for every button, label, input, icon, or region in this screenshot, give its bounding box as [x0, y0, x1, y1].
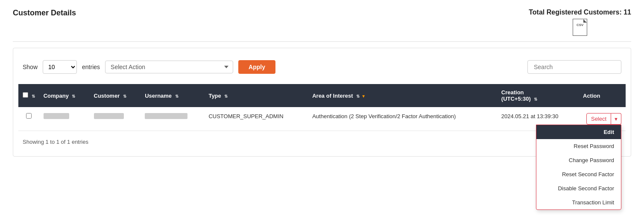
th-area[interactable]: Area of Interest ⇅▼ [308, 84, 497, 107]
sort-icon-company: ⇅ [72, 94, 75, 99]
page-container: Customer Details Total Registered Custom… [0, 0, 644, 165]
menu-item-transaction-limit[interactable]: Transaction Limit [536, 195, 621, 209]
td-username [141, 107, 204, 131]
row-checkbox[interactable] [26, 113, 32, 119]
sort-icon-username: ⇅ [175, 94, 179, 99]
td-customer [90, 107, 141, 131]
menu-item-reset-password[interactable]: Reset Password [536, 139, 621, 153]
td-action: Select ▼ Edit Reset Password Change Pass… [579, 107, 626, 131]
th-checkbox: ⇅ [18, 84, 39, 107]
table-row: CUSTOMER_SUPER_ADMIN Authentication (2 S… [18, 107, 626, 131]
customer-blurred [94, 113, 124, 119]
top-header: Customer Details Total Registered Custom… [13, 9, 631, 37]
total-customers: Total Registered Customers: 11 [529, 9, 631, 16]
th-customer[interactable]: Customer ⇅ [90, 84, 141, 107]
apply-button[interactable]: Apply [238, 60, 275, 74]
td-checkbox [18, 107, 39, 131]
footer-row: Showing 1 to 1 of 1 entries First 1 Last [18, 131, 626, 149]
td-company [39, 107, 90, 131]
main-panel: Show 10 25 50 100 entries Select Action … [13, 48, 631, 157]
menu-item-disable-second-factor[interactable]: Disable Second Factor [536, 181, 621, 195]
sort-icon-creation: ⇅ [534, 97, 537, 102]
action-select[interactable]: Select Action [105, 61, 233, 73]
show-label: Show [23, 64, 38, 70]
entries-select[interactable]: 10 25 50 100 [43, 60, 77, 74]
sort-icon-area: ⇅ [356, 94, 360, 99]
menu-item-edit[interactable]: Edit [536, 125, 621, 139]
page-title: Customer Details [13, 9, 76, 17]
table-header-row: ⇅ Company ⇅ Customer ⇅ Username ⇅ Type ⇅… [18, 84, 626, 107]
top-right: Total Registered Customers: 11 CSV [529, 9, 631, 37]
data-table: ⇅ Company ⇅ Customer ⇅ Username ⇅ Type ⇅… [18, 84, 626, 131]
th-company[interactable]: Company ⇅ [39, 84, 90, 107]
csv-download-button[interactable]: CSV [573, 19, 587, 36]
action-dropdown-menu: Edit Reset Password Change Password Rese… [536, 125, 621, 210]
th-username[interactable]: Username ⇅ [141, 84, 204, 107]
th-creation[interactable]: Creation(UTC+5:30) ⇅ [497, 84, 579, 107]
username-blurred [145, 113, 187, 119]
csv-label: CSV [577, 17, 583, 34]
toolbar: Show 10 25 50 100 entries Select Action … [18, 55, 626, 79]
th-type[interactable]: Type ⇅ [204, 84, 308, 107]
entries-label: entries [82, 64, 100, 70]
menu-item-reset-second-factor[interactable]: Reset Second Factor [536, 167, 621, 181]
sort-icon-checkbox: ⇅ [32, 94, 35, 99]
select-button[interactable]: Select [586, 113, 611, 125]
menu-item-change-password[interactable]: Change Password [536, 153, 621, 167]
select-dropdown-toggle[interactable]: ▼ [611, 113, 621, 125]
sort-icon-type: ⇅ [224, 94, 228, 99]
td-type: CUSTOMER_SUPER_ADMIN [204, 107, 308, 131]
td-area: Authentication (2 Step Verification/2 Fa… [308, 107, 497, 131]
sort-icon-customer: ⇅ [123, 94, 126, 99]
action-dropdown-group: Select ▼ Edit Reset Password Change Pass… [586, 113, 621, 125]
select-all-checkbox[interactable] [23, 92, 28, 98]
th-action: Action [579, 84, 626, 107]
filter-icon-area: ▼ [361, 94, 366, 99]
search-input[interactable] [527, 60, 621, 74]
divider [13, 41, 631, 42]
company-blurred [44, 113, 69, 119]
showing-label: Showing 1 to 1 of 1 entries [23, 139, 88, 145]
